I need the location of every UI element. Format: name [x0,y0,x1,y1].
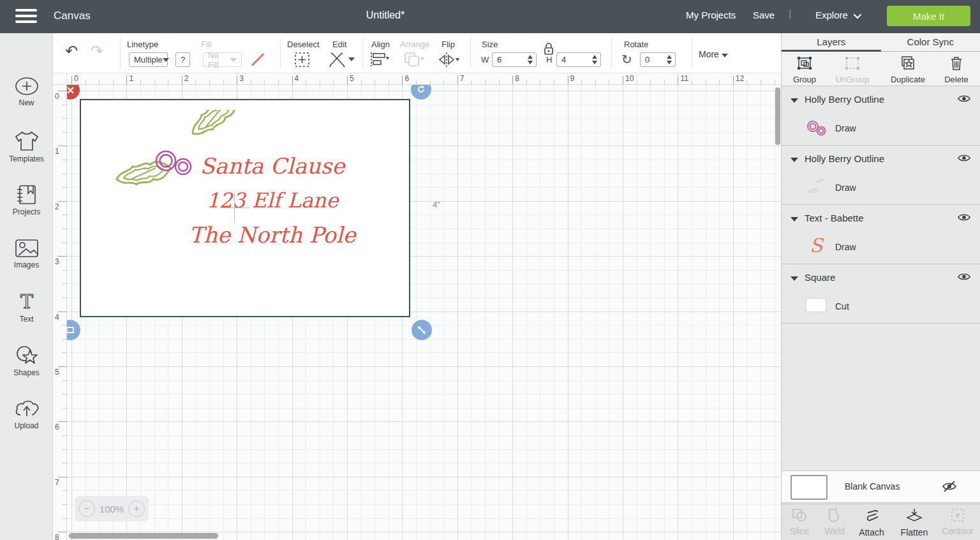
tab-layers[interactable]: Layers [782,33,881,51]
berries-thumbnail [806,119,828,139]
ruler-number: 8 [55,533,59,540]
notebook-icon [15,184,38,205]
linetype-help-button[interactable]: ? [175,52,190,67]
eye-off-icon[interactable] [942,480,957,495]
sidebar-item-text[interactable]: T Text [0,292,53,324]
explore-menu[interactable]: Explore [815,10,859,20]
height-stepper[interactable] [590,52,599,67]
ruler-number: 5 [55,368,59,377]
zoom-in-button[interactable]: + [128,500,145,517]
linetype-dropdown[interactable]: Multiple [129,52,168,67]
horizontal-scrollbar[interactable] [69,533,218,539]
caret-down-icon[interactable] [791,276,798,281]
layer-operation-row[interactable]: Cut [782,292,980,323]
flip-icon[interactable] [438,52,461,70]
layer-actions: Group UnGroup Duplicate Delete [782,52,980,86]
undo-icon[interactable]: ↶ [65,42,78,60]
layer-row[interactable]: Holly Berry Outline [782,86,980,114]
flip-label: Flip [442,40,455,49]
caret-down-icon[interactable] [791,158,798,162]
sidebar-item-shapes[interactable]: Shapes [0,345,53,377]
layer-group-leaves: Holly Berry Outline Draw [782,146,980,204]
ruler-number: 11 [680,74,688,83]
canvas-swatch[interactable] [791,475,828,500]
redo-icon: ↷ [91,42,103,60]
sidebar-item-upload[interactable]: Upload [0,400,53,430]
eye-icon[interactable] [957,94,971,106]
rotate-stepper[interactable] [665,52,674,67]
upload-cloud-icon [14,400,40,419]
document-title[interactable]: Untitled* [366,10,405,21]
edit-chevron-icon[interactable] [348,57,355,61]
address-text[interactable]: Santa Clause 123 Elf Lane The North Pole [164,149,381,252]
image-icon [15,239,39,258]
sidebar-item-projects[interactable]: Projects [0,184,53,216]
caret-down-icon[interactable] [791,98,798,103]
ruler-number: 1 [55,147,59,156]
caret-down-icon[interactable] [791,217,798,221]
eye-icon[interactable] [957,153,971,165]
zoom-out-button[interactable]: − [78,500,95,517]
slice-icon [792,508,807,522]
width-stepper[interactable] [526,52,535,67]
more-menu[interactable]: More [699,49,728,59]
plus-circle-icon [14,77,40,96]
ruler-number: 3 [239,74,244,83]
trash-icon [950,56,963,70]
canvas-grid[interactable]: Santa Clause 123 Elf Lane The North Pole… [67,85,781,540]
fill-dropdown: No Fill [203,52,242,67]
sidebar-item-images[interactable]: Images [0,239,53,269]
ruler-number: 5 [350,74,354,83]
eye-icon[interactable] [957,272,971,284]
flatten-button[interactable]: Flatten [895,508,933,537]
deselect-icon[interactable] [294,52,310,70]
align-icon[interactable] [370,52,390,70]
ruler-number: 6 [405,74,409,83]
edit-icon[interactable] [328,52,347,70]
panel-tabs: Layers Color Sync [782,33,980,52]
tab-color-sync[interactable]: Color Sync [881,33,980,51]
ruler-number: 1 [129,74,133,83]
layer-operation-row[interactable]: Draw [782,174,980,204]
shapes-icon [15,345,39,366]
eye-icon[interactable] [957,213,971,225]
leaves-thumbnail [806,179,828,198]
height-dimension-label: 4" [433,200,440,209]
duplicate-icon [900,56,916,70]
ruler-number: 9 [570,74,575,83]
delete-button[interactable]: Delete [941,56,972,84]
size-label: Size [482,40,498,49]
rotate-icon[interactable]: ↻ [621,52,632,67]
layer-row[interactable]: Square [782,264,980,292]
ungroup-icon [845,56,860,70]
vertical-scrollbar[interactable] [775,87,780,145]
horizontal-ruler: 0123456789101112 [67,73,781,85]
sidebar-item-new[interactable]: New [0,77,53,107]
page-title: Canvas [54,10,91,22]
ruler-number: 0 [55,92,59,101]
save-link[interactable]: Save [753,10,775,20]
layer-row[interactable]: Holly Berry Outline [782,146,980,174]
duplicate-button[interactable]: Duplicate [886,56,930,84]
ruler-number: 8 [515,74,519,83]
topbar-divider: | [789,8,791,20]
ruler-number: 0 [74,74,78,83]
layer-operation-row[interactable]: S Draw [782,233,980,264]
ruler-number: 12 [736,74,744,83]
resize-handle[interactable] [412,320,432,340]
ruler-number: 2 [184,74,189,83]
layer-operation-row[interactable]: Draw [782,114,980,145]
make-it-button[interactable]: Make It [887,6,970,26]
height-label: H [546,55,552,64]
group-button[interactable]: Group [791,56,819,84]
attach-button[interactable]: Attach [854,508,889,537]
tshirt-icon [13,130,40,152]
blank-canvas-row[interactable]: Blank Canvas [782,470,980,503]
sidebar-item-templates[interactable]: Templates [0,130,53,163]
menu-icon[interactable] [15,9,37,24]
layer-row[interactable]: Text - Babette [782,205,980,233]
edit-label: Edit [332,40,346,49]
design-card[interactable]: Santa Clause 123 Elf Lane The North Pole [80,99,410,317]
my-projects-link[interactable]: My Projects [686,10,736,20]
ruler-corner [53,73,67,85]
